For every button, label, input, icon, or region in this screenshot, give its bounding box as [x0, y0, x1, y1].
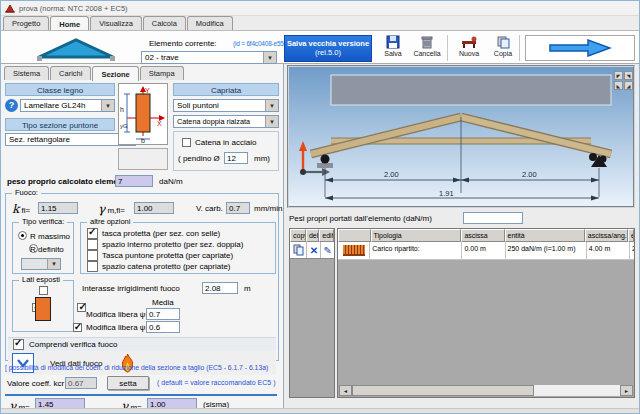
element-current-label: Elemento corrente:	[149, 39, 217, 48]
classe-legno-select[interactable]: Lamellare GL24h ▼	[20, 99, 115, 112]
radio-r-massimo[interactable]	[18, 231, 27, 240]
save-old-line1: Salva vecchia versione	[285, 39, 371, 48]
toolbar: Elemento corrente: (id = 6f4c0408-e55b-4…	[1, 30, 640, 64]
capriata-select-1[interactable]: Soli puntoni ▼	[173, 99, 279, 112]
kcr-value: 0.67	[65, 377, 97, 389]
opzione-row-1[interactable]: spazio interno protetto (per sez. doppia…	[87, 239, 243, 250]
chevron-down-icon[interactable]: ▼	[265, 100, 278, 111]
element-select[interactable]: 02 - trave ▼	[141, 51, 277, 64]
vcarb-label: V. carb.	[196, 204, 223, 213]
tab-sezione[interactable]: Sezione	[92, 66, 138, 81]
tab-carichi[interactable]: Carichi	[50, 66, 91, 80]
pendino-input[interactable]: 12	[224, 152, 248, 164]
copia-label: Copia	[494, 50, 512, 57]
psi1-label: Modifica libera ψ1	[86, 310, 150, 319]
lato-top-checkbox[interactable]	[39, 286, 48, 295]
catena-acciaio-checkbox[interactable]	[182, 138, 191, 147]
menu-item-modifica[interactable]: Modifica	[187, 16, 233, 30]
lato-bottom-checkbox[interactable]	[73, 323, 82, 332]
opzione-0-checkbox[interactable]	[87, 228, 98, 239]
dim-left-label: 2.00	[384, 170, 399, 179]
help-icon[interactable]: ?	[5, 99, 18, 112]
toolbar-separator	[447, 35, 448, 61]
opzione-2-checkbox[interactable]	[87, 250, 98, 261]
diagram-empty-button[interactable]	[118, 148, 168, 170]
opzione-3-label: spazio catena protetto (per capriate)	[102, 262, 231, 271]
chevron-down-icon[interactable]: ▼	[265, 116, 278, 127]
psi1-input[interactable]: 0.7	[146, 308, 180, 320]
opzione-row-0[interactable]: tasca protetta (per sez. con selle)	[87, 228, 220, 239]
tool-header-del: del	[306, 229, 319, 242]
distributed-load-icon	[343, 245, 365, 256]
menu-item-visualizza[interactable]: Visualizza	[90, 16, 142, 30]
diagram-x-label: X	[157, 120, 162, 127]
trash-icon	[420, 35, 434, 49]
classe-legno-value: Lamellare GL24h	[24, 101, 85, 110]
kcr-note: [ possibilità di modifica del coeff. di …	[5, 364, 268, 371]
row-delete-button[interactable]: ✕	[307, 242, 321, 258]
cancella-button[interactable]: Cancella	[411, 35, 443, 57]
capriata-select-2[interactable]: Catena doppia rialzata ▼	[173, 115, 279, 128]
menu-item-home[interactable]: Home	[50, 16, 89, 31]
capriata-value-2: Catena doppia rialzata	[177, 117, 250, 126]
table-row[interactable]: Carico ripartito: 0.00 m 250 daN/m (i=1.…	[338, 242, 634, 260]
menu-item-progetto[interactable]: Progetto	[3, 16, 49, 30]
opzione-1-checkbox[interactable]	[87, 239, 98, 250]
row-copy-button[interactable]	[290, 242, 307, 258]
section-diagram: Y X h yG b	[118, 83, 168, 145]
scroll-left-icon[interactable]: ◄	[339, 385, 352, 396]
scroll-right-icon[interactable]: ►	[620, 385, 633, 396]
comprendi-label: Comprendi verifica fuoco	[29, 340, 117, 349]
radio-r-definito-label: R definito	[30, 245, 64, 254]
opzione-3-checkbox[interactable]	[87, 261, 98, 272]
gmfi-value: 1.00	[134, 202, 174, 214]
col-entita: entità	[505, 229, 585, 242]
nuova-button[interactable]: Nuova	[453, 35, 485, 57]
chevron-down-icon[interactable]: ▼	[47, 259, 60, 269]
chevron-down-icon[interactable]: ▼	[101, 100, 114, 111]
tab-sistema[interactable]: Sistema	[4, 66, 49, 80]
tab-stampa[interactable]: Stampa	[140, 66, 184, 80]
section-panel: Sistema Carichi Sezione Stampa Classe le…	[1, 64, 284, 408]
vedi-row: Vedi dati fuoco	[8, 351, 276, 375]
cell-ascissa-ang: 4.00 m	[587, 242, 630, 260]
kfi-value: 1.15	[38, 202, 78, 214]
tipo-sezione-select[interactable]: Sez. rettangolare ▼	[5, 133, 136, 146]
scroll-thumb[interactable]	[352, 385, 534, 396]
view-zoom-sw-icon[interactable]: ◣	[614, 81, 623, 90]
pesi-input[interactable]	[463, 212, 523, 224]
save-old-version-button[interactable]: Salva vecchia versione (rel.5.0)	[284, 35, 372, 62]
next-step-button[interactable]	[525, 35, 635, 61]
comprendi-checkbox[interactable]	[13, 339, 24, 350]
copia-button[interactable]: Copia	[487, 35, 519, 57]
dim-right-label: 2.00	[522, 170, 537, 179]
col-ascissa: ascissa	[461, 229, 504, 242]
opzione-row-2[interactable]: Tasca puntone protetta (per capriate)	[87, 250, 233, 261]
catena-box: Catena in acciaio ( pendino Ø 12 mm)	[173, 131, 279, 171]
view-zoom-nw-icon[interactable]: ◤	[614, 71, 623, 80]
vcarb-unit: mm/min	[254, 204, 282, 213]
comprendi-row[interactable]: Comprendi verifica fuoco	[8, 337, 276, 351]
save-icon	[386, 35, 400, 49]
r-definito-select[interactable]: ▼	[21, 258, 61, 270]
menu-item-calcola[interactable]: Calcola	[143, 16, 186, 30]
truss-3d-view[interactable]: 2.00 2.00 1.91 ◤ ◥ ◣ ◢	[287, 65, 635, 208]
opzione-0-label: tasca protetta (per sez. con selle)	[102, 229, 220, 238]
element-select-value: 02 - trave	[145, 53, 179, 62]
app-window: prova (norma: NTC 2008 + EC5) Progetto H…	[0, 0, 640, 414]
h-scrollbar[interactable]: ◄ ►	[339, 385, 633, 396]
salva-button[interactable]: Salva	[377, 35, 409, 57]
psi2-input[interactable]: 0.6	[146, 321, 180, 333]
view-zoom-se-icon[interactable]: ◢	[624, 81, 633, 90]
view-zoom-ne-icon[interactable]: ◥	[624, 71, 633, 80]
setta-button[interactable]: setta	[107, 376, 149, 390]
cell-ascissa: 0.00 m	[462, 242, 505, 260]
interasse-input[interactable]: 2.08	[202, 282, 238, 294]
salva-label: Salva	[384, 50, 402, 57]
opzione-row-3[interactable]: spazio catena protetto (per capriate)	[87, 261, 231, 272]
col-entita-2: entità	[628, 229, 634, 242]
catena-acciaio-label: Catena in acciaio	[195, 138, 256, 147]
big-arrow-right-icon	[548, 39, 612, 57]
row-edit-button[interactable]: ✎	[321, 242, 334, 258]
chevron-down-icon[interactable]: ▼	[263, 52, 276, 63]
